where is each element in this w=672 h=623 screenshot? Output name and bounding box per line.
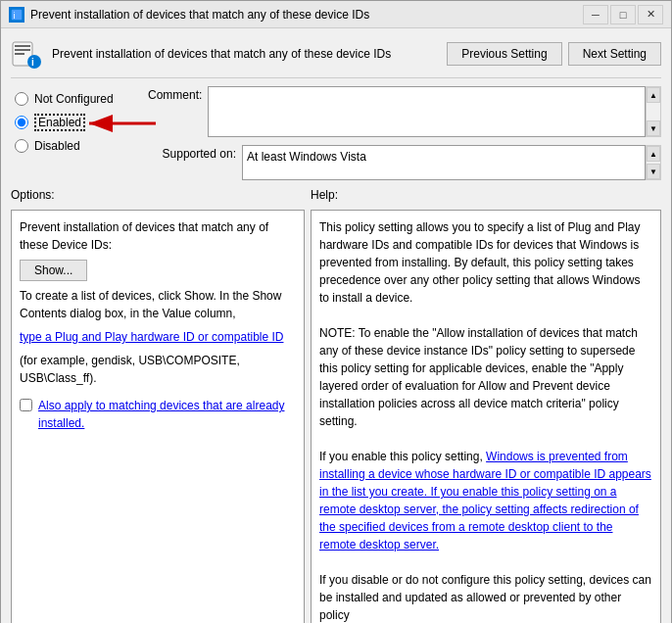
window-icon: i xyxy=(9,7,24,23)
options-help-row: Prevent installation of devices that mat… xyxy=(11,210,661,623)
policy-icon: i xyxy=(11,38,42,70)
supported-row: Supported on: At least Windows Vista ▲ ▼ xyxy=(148,145,661,180)
enabled-radio[interactable] xyxy=(15,116,28,129)
svg-text:i: i xyxy=(31,57,34,68)
header-title: Prevent installation of devices that mat… xyxy=(52,47,437,61)
next-setting-button[interactable]: Next Setting xyxy=(568,42,661,66)
not-configured-label: Not Configured xyxy=(34,92,114,106)
supported-box-wrap: At least Windows Vista ▲ ▼ xyxy=(242,145,661,180)
disabled-label: Disabled xyxy=(34,139,80,153)
svg-rect-5 xyxy=(15,53,24,55)
header-row: i Prevent installation of devices that m… xyxy=(11,38,661,78)
supported-on-value: At least Windows Vista xyxy=(242,145,646,180)
show-button[interactable]: Show... xyxy=(20,260,87,281)
also-apply-label[interactable]: Also apply to matching devices that are … xyxy=(38,397,296,432)
options-section-label: Options: xyxy=(11,188,305,202)
supported-scrollbar: ▲ ▼ xyxy=(646,145,661,180)
options-text-line4: (for example, gendisk, USB\COMPOSITE, US… xyxy=(20,352,296,387)
options-text-line2: To create a list of devices, click Show.… xyxy=(20,287,296,322)
comment-row: Comment: ▲ ▼ xyxy=(148,86,661,137)
comment-supported-area: Comment: ▲ ▼ Supported on: At least xyxy=(148,86,661,180)
help-text: This policy setting allows you to specif… xyxy=(319,218,652,623)
header-buttons: Previous Setting Next Setting xyxy=(447,42,661,66)
svg-rect-4 xyxy=(15,49,30,51)
comment-label: Comment: xyxy=(148,86,202,102)
title-bar: i Prevent installation of devices that m… xyxy=(1,1,671,28)
not-configured-option[interactable]: Not Configured xyxy=(11,90,138,108)
comment-scrollbar: ▲ ▼ xyxy=(646,86,661,137)
checkbox-row: Also apply to matching devices that are … xyxy=(20,397,296,432)
svg-rect-3 xyxy=(15,45,30,47)
enabled-option[interactable]: Enabled xyxy=(11,112,138,133)
svg-point-6 xyxy=(27,55,41,69)
also-apply-checkbox[interactable] xyxy=(20,399,32,411)
previous-setting-button[interactable]: Previous Setting xyxy=(447,42,561,66)
minimize-button[interactable]: ─ xyxy=(583,5,608,24)
content-area: i Prevent installation of devices that m… xyxy=(1,28,671,623)
options-text-line3: type a Plug and Play hardware ID or comp… xyxy=(20,328,296,346)
maximize-button[interactable]: □ xyxy=(610,5,636,24)
supported-scroll-up[interactable]: ▲ xyxy=(647,146,660,162)
title-bar-controls: ─ □ ✕ xyxy=(583,5,663,24)
comment-textarea[interactable] xyxy=(208,86,646,137)
options-text-line1: Prevent installation of devices that mat… xyxy=(20,218,296,254)
help-panel: This policy setting allows you to specif… xyxy=(311,210,661,623)
enabled-label: Enabled xyxy=(34,114,85,131)
help-section-label: Help: xyxy=(311,188,661,202)
disabled-radio[interactable] xyxy=(15,139,28,153)
supported-scroll-down[interactable]: ▼ xyxy=(647,164,660,179)
title-bar-text: Prevent installation of devices that mat… xyxy=(30,8,577,22)
supported-on-label: Supported on: xyxy=(148,145,236,161)
section-labels-row: Options: Help: xyxy=(11,188,661,202)
scroll-up-btn[interactable]: ▲ xyxy=(647,87,660,103)
not-configured-radio[interactable] xyxy=(15,92,28,106)
svg-text:i: i xyxy=(14,10,16,20)
disabled-option[interactable]: Disabled xyxy=(11,137,138,155)
close-button[interactable]: ✕ xyxy=(638,5,663,24)
options-panel: Prevent installation of devices that mat… xyxy=(11,210,305,623)
main-window: i Prevent installation of devices that m… xyxy=(0,0,672,623)
radio-group: Not Configured Enabled xyxy=(11,86,138,159)
scroll-down-btn[interactable]: ▼ xyxy=(647,120,660,136)
